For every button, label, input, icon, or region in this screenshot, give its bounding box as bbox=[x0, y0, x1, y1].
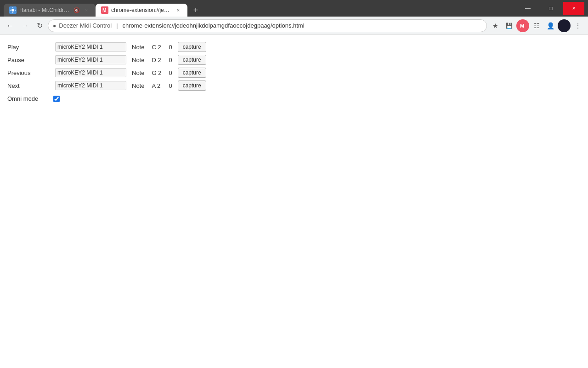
extensions-button[interactable]: ☷ bbox=[530, 19, 543, 32]
tab-hanabi[interactable]: Hanabi - Mr.Children - 🔇 × bbox=[4, 4, 96, 17]
row-device-cell-0 bbox=[53, 40, 128, 53]
row-label-2: Previous bbox=[7, 66, 53, 79]
row-label-3: Next bbox=[7, 79, 53, 92]
row-device-cell-3 bbox=[53, 79, 128, 92]
window-controls: — □ × bbox=[517, 2, 584, 15]
tab-favicon-extension: M bbox=[101, 6, 108, 14]
capture-button-1[interactable]: capture bbox=[178, 55, 206, 65]
toolbar: ← → ↻ ● Deezer Midi Control | chrome-ext… bbox=[0, 17, 588, 35]
row-velocity-1: 0 bbox=[165, 53, 175, 66]
options-row: Next Note A 2 0 capture bbox=[7, 79, 208, 92]
row-type-0: Note bbox=[128, 40, 148, 53]
site-name: Deezer Midi Control bbox=[59, 22, 112, 29]
row-note-0: C 2 bbox=[148, 40, 165, 53]
svg-text:M: M bbox=[102, 8, 106, 13]
options-row: Play Note C 2 0 capture bbox=[7, 40, 208, 53]
profile-button[interactable] bbox=[558, 19, 571, 32]
address-bar[interactable]: ● Deezer Midi Control | chrome-extension… bbox=[48, 19, 487, 32]
account-button[interactable]: 👤 bbox=[544, 19, 557, 32]
row-note-3: A 2 bbox=[148, 79, 165, 92]
back-button[interactable]: ← bbox=[4, 19, 17, 32]
device-input-2[interactable] bbox=[55, 68, 126, 77]
title-bar: Hanabi - Mr.Children - 🔇 × M chrome-exte… bbox=[0, 0, 588, 17]
tab-close-extension[interactable]: × bbox=[175, 6, 182, 14]
maximize-button[interactable]: □ bbox=[540, 2, 561, 15]
refresh-button[interactable]: ↻ bbox=[33, 19, 46, 32]
row-type-1: Note bbox=[128, 53, 148, 66]
deezer-extension-button[interactable]: M bbox=[516, 19, 529, 32]
omni-mode-label: Omni mode bbox=[7, 92, 53, 104]
capture-button-0[interactable]: capture bbox=[178, 42, 206, 52]
omni-mode-row: Omni mode bbox=[7, 92, 208, 104]
tab-mute-icon[interactable]: 🔇 bbox=[74, 7, 80, 13]
row-capture-cell-3: capture bbox=[176, 79, 208, 92]
capture-button-2[interactable]: capture bbox=[178, 68, 206, 78]
row-label-1: Pause bbox=[7, 53, 53, 66]
close-button[interactable]: × bbox=[563, 2, 584, 15]
row-note-1: D 2 bbox=[148, 53, 165, 66]
minimize-button[interactable]: — bbox=[517, 2, 538, 15]
secure-icon: ● bbox=[53, 23, 56, 29]
device-input-1[interactable] bbox=[55, 55, 126, 64]
omni-mode-checkbox[interactable] bbox=[53, 96, 60, 102]
tab-close-hanabi[interactable]: × bbox=[83, 6, 90, 14]
row-type-3: Note bbox=[128, 79, 148, 92]
address-text: chrome-extension://jedeohnjikdolpamgdfao… bbox=[123, 22, 482, 29]
device-input-0[interactable] bbox=[55, 42, 126, 52]
omni-mode-checkbox-cell bbox=[53, 92, 128, 104]
page-content: Play Note C 2 0 capture Pause Note D 2 0… bbox=[0, 35, 588, 368]
tab-title-extension: chrome-extension://jede... bbox=[111, 7, 172, 13]
tab-favicon-hanabi bbox=[9, 6, 17, 14]
separator: | bbox=[116, 22, 118, 29]
svg-text:M: M bbox=[520, 23, 524, 29]
capture-button-3[interactable]: capture bbox=[178, 80, 206, 91]
options-row: Previous Note G 2 0 capture bbox=[7, 66, 208, 79]
svg-rect-9 bbox=[560, 22, 568, 29]
tab-title-hanabi: Hanabi - Mr.Children - bbox=[19, 7, 71, 13]
row-type-2: Note bbox=[128, 66, 148, 79]
new-tab-button[interactable]: + bbox=[189, 4, 202, 17]
device-input-3[interactable] bbox=[55, 81, 126, 90]
row-device-cell-2 bbox=[53, 66, 128, 79]
row-capture-cell-2: capture bbox=[176, 66, 208, 79]
tab-bar: Hanabi - Mr.Children - 🔇 × M chrome-exte… bbox=[4, 0, 515, 17]
row-label-0: Play bbox=[7, 40, 53, 53]
options-row: Pause Note D 2 0 capture bbox=[7, 53, 208, 66]
row-note-2: G 2 bbox=[148, 66, 165, 79]
svg-point-1 bbox=[11, 9, 14, 12]
row-capture-cell-1: capture bbox=[176, 53, 208, 66]
bookmark-button[interactable]: ★ bbox=[489, 19, 502, 32]
forward-button[interactable]: → bbox=[18, 19, 31, 32]
row-device-cell-1 bbox=[53, 53, 128, 66]
save-page-button[interactable]: 💾 bbox=[503, 19, 515, 32]
menu-button[interactable]: ⋮ bbox=[571, 19, 584, 32]
tab-extension[interactable]: M chrome-extension://jede... × bbox=[96, 4, 187, 17]
row-velocity-3: 0 bbox=[165, 79, 175, 92]
options-table: Play Note C 2 0 capture Pause Note D 2 0… bbox=[7, 40, 208, 104]
row-velocity-2: 0 bbox=[165, 66, 175, 79]
toolbar-actions: ★ 💾 M ☷ 👤 ⋮ bbox=[489, 19, 584, 32]
row-capture-cell-0: capture bbox=[176, 40, 208, 53]
row-velocity-0: 0 bbox=[165, 40, 175, 53]
browser-window: Hanabi - Mr.Children - 🔇 × M chrome-exte… bbox=[0, 0, 588, 368]
